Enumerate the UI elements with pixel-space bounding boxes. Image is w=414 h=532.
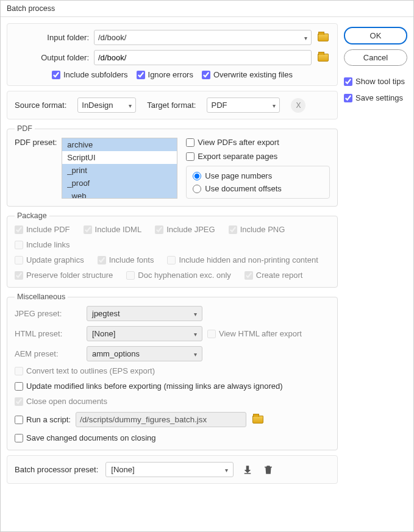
folder-icon xyxy=(252,416,263,424)
clear-format-button[interactable]: X xyxy=(291,98,305,113)
include-pdf-checkbox[interactable]: Include PDF xyxy=(15,225,70,234)
use-document-offsets-radio[interactable]: Use document offsets xyxy=(193,184,323,193)
update-graphics-checkbox[interactable]: Update graphics xyxy=(15,255,84,264)
window-title: Batch process xyxy=(1,1,413,17)
include-idml-checkbox[interactable]: Include IDML xyxy=(84,225,142,234)
view-pdfs-label: View PDFs after export xyxy=(198,138,279,147)
folder-icon xyxy=(318,34,329,41)
ok-button[interactable]: OK xyxy=(344,27,407,44)
output-folder-input[interactable] xyxy=(94,50,312,65)
cancel-button[interactable]: Cancel xyxy=(344,49,407,66)
chevron-down-icon xyxy=(194,309,197,318)
source-format-value: InDesign xyxy=(82,101,113,110)
create-report-checkbox[interactable]: Create report xyxy=(244,271,303,280)
ignore-errors-checkbox[interactable]: Ignore errors xyxy=(137,70,193,79)
include-jpeg-label: Include JPEG xyxy=(166,225,215,234)
target-format-label: Target format: xyxy=(147,101,196,110)
save-settings-checkbox[interactable]: Save settings xyxy=(344,93,407,102)
package-section: Package Include PDF Include IDML Include… xyxy=(7,211,338,288)
save-changed-docs-checkbox[interactable]: Save changed documents on closing xyxy=(15,433,330,442)
save-changed-docs-label: Save changed documents on closing xyxy=(26,433,155,442)
show-tool-tips-label: Show tool tips xyxy=(355,77,405,86)
preserve-structure-checkbox[interactable]: Preserve folder structure xyxy=(15,271,113,280)
chevron-down-icon xyxy=(194,329,197,338)
jpeg-preset-value: jpegtest xyxy=(92,309,120,318)
include-fonts-checkbox[interactable]: Include fonts xyxy=(98,255,154,264)
chevron-down-icon xyxy=(125,101,132,110)
use-document-offsets-label: Use document offsets xyxy=(205,184,282,193)
overwrite-files-label: Overwrite existing files xyxy=(213,70,293,79)
script-path-input[interactable] xyxy=(76,412,246,427)
list-item[interactable]: _proof xyxy=(62,177,177,190)
browse-script-button[interactable] xyxy=(251,414,265,426)
batch-process-window: Batch process Input folder: /d/book/ Out… xyxy=(0,0,414,532)
doc-hyphenation-label: Doc hyphenation exc. only xyxy=(138,271,230,280)
view-html-checkbox[interactable]: View HTML after export xyxy=(207,329,302,338)
include-hidden-checkbox[interactable]: Include hidden and non-printing content xyxy=(167,255,318,264)
convert-outlines-checkbox[interactable]: Convert text to outlines (EPS export) xyxy=(15,366,330,375)
export-separate-label: Export separate pages xyxy=(198,152,277,161)
doc-hyphenation-checkbox[interactable]: Doc hyphenation exc. only xyxy=(126,271,230,280)
jpeg-preset-select[interactable]: jpegtest xyxy=(87,306,202,321)
show-tool-tips-checkbox[interactable]: Show tool tips xyxy=(344,77,407,86)
list-item[interactable]: ScriptUI xyxy=(62,151,177,164)
list-item[interactable]: _print xyxy=(62,164,177,177)
include-links-checkbox[interactable]: Include links xyxy=(15,240,70,249)
ignore-errors-label: Ignore errors xyxy=(148,70,193,79)
pdf-section: PDF PDF preset: archive ScriptUI _print … xyxy=(7,124,338,207)
html-preset-select[interactable]: [None] xyxy=(87,326,202,341)
target-format-value: PDF xyxy=(211,101,227,110)
view-pdfs-checkbox[interactable]: View PDFs after export xyxy=(186,138,330,147)
run-script-checkbox[interactable]: Run a script: xyxy=(15,415,71,424)
output-folder-label: Output folder: xyxy=(15,53,89,62)
convert-outlines-label: Convert text to outlines (EPS export) xyxy=(26,366,155,375)
batch-preset-value: [None] xyxy=(111,465,134,474)
folder-icon xyxy=(318,54,329,62)
batch-preset-label: Batch processor preset: xyxy=(15,465,98,474)
input-folder-combo[interactable]: /d/book/ xyxy=(94,30,312,45)
trash-icon xyxy=(263,464,274,475)
list-item[interactable]: archive xyxy=(62,138,177,151)
save-settings-label: Save settings xyxy=(355,93,403,102)
browse-output-folder-button[interactable] xyxy=(316,52,330,64)
input-folder-label: Input folder: xyxy=(15,33,89,42)
browse-input-folder-button[interactable] xyxy=(316,32,330,44)
batch-preset-select[interactable]: [None] xyxy=(105,462,234,477)
folders-panel: Input folder: /d/book/ Output folder: xyxy=(7,23,338,86)
input-folder-value: /d/book/ xyxy=(98,33,126,42)
chevron-down-icon xyxy=(225,465,228,474)
run-script-label: Run a script: xyxy=(26,415,71,424)
pdf-legend: PDF xyxy=(15,124,35,133)
package-legend: Package xyxy=(15,211,49,220)
close-docs-checkbox[interactable]: Close open documents xyxy=(15,397,330,406)
misc-legend: Miscellaneous xyxy=(15,293,68,301)
update-links-checkbox[interactable]: Update modified links before exporting (… xyxy=(15,381,330,391)
overwrite-files-checkbox[interactable]: Overwrite existing files xyxy=(202,70,293,79)
page-number-radio-group: Use page numbers Use document offsets xyxy=(186,166,330,199)
use-page-numbers-radio[interactable]: Use page numbers xyxy=(193,171,323,180)
use-page-numbers-label: Use page numbers xyxy=(205,171,272,180)
close-docs-label: Close open documents xyxy=(26,397,107,406)
include-subfolders-label: Include subfolders xyxy=(63,70,128,79)
include-idml-label: Include IDML xyxy=(95,225,142,234)
list-item[interactable]: _web xyxy=(62,190,177,199)
include-jpeg-checkbox[interactable]: Include JPEG xyxy=(155,225,215,234)
save-preset-button[interactable] xyxy=(241,464,254,476)
delete-preset-button[interactable] xyxy=(262,464,275,476)
include-subfolders-checkbox[interactable]: Include subfolders xyxy=(52,70,128,79)
save-icon xyxy=(242,464,253,475)
source-format-select[interactable]: InDesign xyxy=(77,98,136,113)
view-html-label: View HTML after export xyxy=(219,329,302,338)
target-format-select[interactable]: PDF xyxy=(207,98,280,113)
aem-preset-select[interactable]: amm_options xyxy=(87,346,202,361)
include-png-label: Include PNG xyxy=(240,225,285,234)
include-png-checkbox[interactable]: Include PNG xyxy=(229,225,285,234)
misc-section: Miscellaneous JPEG preset: jpegtest HTML… xyxy=(7,293,338,450)
batch-preset-panel: Batch processor preset: [None] xyxy=(7,455,338,484)
include-hidden-label: Include hidden and non-printing content xyxy=(179,255,318,264)
pdf-preset-listbox[interactable]: archive ScriptUI _print _proof _web xyxy=(62,138,177,199)
include-pdf-label: Include PDF xyxy=(26,225,70,234)
aem-preset-label: AEM preset: xyxy=(15,349,82,358)
chevron-down-icon xyxy=(194,349,197,358)
export-separate-pages-checkbox[interactable]: Export separate pages xyxy=(186,152,330,161)
